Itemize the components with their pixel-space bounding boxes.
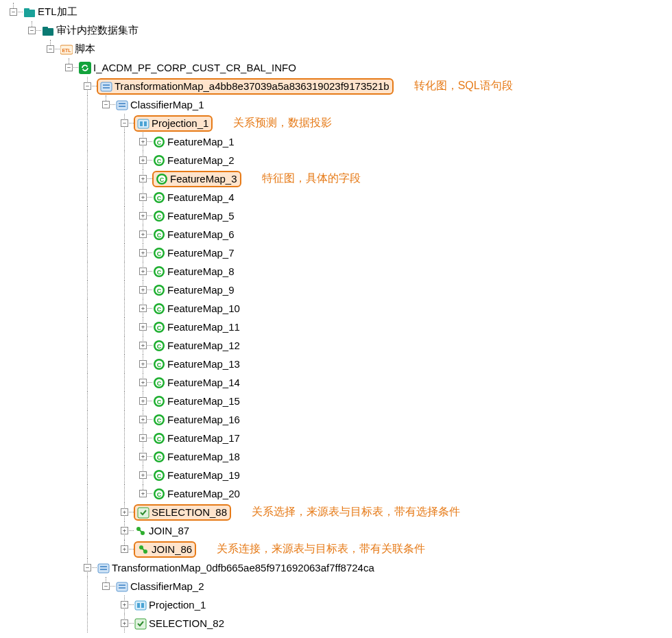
expand-toggle[interactable]: + [139, 305, 147, 312]
expand-toggle[interactable]: + [139, 471, 147, 479]
tree-node-tmap2[interactable]: −TransformationMap_0dfb665ae85f971692063… [4, 558, 672, 577]
expand-toggle[interactable]: + [139, 231, 147, 238]
tree-node-feature[interactable]: +FeatureMap_12 [4, 336, 672, 355]
tree-node-feature[interactable]: +FeatureMap_16 [4, 410, 672, 429]
tree-node-feature[interactable]: +FeatureMap_1 [4, 132, 672, 151]
tree-node-cmap1[interactable]: −ClassifierMap_1 [4, 95, 672, 114]
tree-node-script[interactable]: −脚本 [4, 40, 672, 58]
tree-label: SELECTION_88 [152, 506, 227, 518]
tree-node-tmap1[interactable]: −TransformationMap_a4bb8e37039a5a8363190… [4, 77, 672, 95]
expand-toggle[interactable]: + [139, 360, 147, 368]
expand-toggle[interactable]: + [139, 156, 147, 164]
expand-toggle[interactable]: + [139, 138, 147, 145]
annotation: 特征图，具体的字段 [262, 172, 361, 186]
tree-label: FeatureMap_8 [167, 265, 235, 277]
expand-toggle[interactable]: + [121, 601, 128, 609]
folder-icon [41, 24, 55, 38]
tree-node-feature[interactable]: +FeatureMap_2 [4, 151, 672, 169]
tree-node-feature[interactable]: +FeatureMap_19 [4, 466, 672, 484]
tree-node-feature[interactable]: +FeatureMap_4 [4, 188, 672, 206]
tree-label: FeatureMap_15 [167, 395, 240, 407]
expand-toggle[interactable]: + [139, 175, 147, 182]
expand-toggle[interactable]: − [10, 8, 17, 16]
expand-toggle[interactable]: + [139, 453, 147, 460]
tree-node-join87[interactable]: +JOIN_87 [4, 521, 672, 540]
tree-node-feature[interactable]: +FeatureMap_7 [4, 244, 672, 262]
annotation: 关系预测，数据投影 [233, 116, 332, 130]
expand-toggle[interactable]: + [139, 212, 147, 220]
tree-node-join86[interactable]: +JOIN_86关系连接，来源表与目标表，带有关联条件 [4, 540, 672, 558]
highlight: SELECTION_88 [134, 504, 231, 521]
tree-node-feature[interactable]: +FeatureMap_3特征图，具体的字段 [4, 169, 672, 188]
tree-node-feature[interactable]: +FeatureMap_10 [4, 299, 672, 318]
tree-node-proj1[interactable]: −Projection_1关系预测，数据投影 [4, 114, 672, 132]
tree-node-feature[interactable]: +FeatureMap_11 [4, 318, 672, 336]
map-icon [115, 580, 129, 593]
expand-toggle[interactable]: − [84, 82, 91, 90]
tree-node-feature[interactable]: +FeatureMap_13 [4, 355, 672, 373]
tree-label: FeatureMap_18 [167, 451, 240, 462]
expand-toggle[interactable]: − [65, 64, 73, 71]
map-icon [99, 80, 113, 93]
expand-toggle[interactable]: − [102, 101, 110, 108]
annotation: 关系选择，来源表与目标表，带有选择条件 [252, 505, 460, 519]
expand-toggle[interactable]: + [139, 342, 147, 349]
expand-toggle[interactable]: − [28, 27, 36, 34]
feature-icon [152, 394, 166, 408]
expand-toggle[interactable]: + [139, 249, 147, 257]
expand-toggle[interactable]: − [121, 119, 128, 127]
tree-node-feature[interactable]: +FeatureMap_15 [4, 392, 672, 410]
tree-node-feature[interactable]: +FeatureMap_18 [4, 447, 672, 466]
tree-label: FeatureMap_7 [167, 247, 235, 259]
tree-node-feature[interactable]: +FeatureMap_5 [4, 206, 672, 225]
tree-node-feature[interactable]: +FeatureMap_8 [4, 262, 672, 281]
tree-node-cmap2[interactable]: −ClassifierMap_2 [4, 577, 672, 595]
tree-node-feature[interactable]: +FeatureMap_9 [4, 281, 672, 299]
tree-label: FeatureMap_1 [167, 136, 235, 147]
expand-toggle[interactable]: − [84, 564, 91, 571]
tree-label: FeatureMap_3 [170, 173, 237, 185]
feature-icon [152, 302, 166, 316]
expand-toggle[interactable]: + [139, 434, 147, 442]
tree-node-mart[interactable]: −审计内控数据集市 [4, 21, 672, 40]
tree-node-feature[interactable]: +FeatureMap_6 [4, 225, 672, 244]
expand-toggle[interactable]: + [139, 416, 147, 423]
tree-label: FeatureMap_4 [167, 191, 235, 203]
tree-label: FeatureMap_5 [167, 210, 235, 222]
tree-node-feature[interactable]: +FeatureMap_20 [4, 484, 672, 503]
feature-icon [152, 450, 166, 464]
tree-node-selection88[interactable]: +SELECTION_88关系选择，来源表与目标表，带有选择条件 [4, 503, 672, 521]
feature-icon [152, 191, 166, 204]
annotation: 转化图，SQL语句段 [414, 79, 513, 93]
tree-label: FeatureMap_10 [167, 303, 240, 314]
expand-toggle[interactable]: + [139, 268, 147, 275]
tree-label: FeatureMap_17 [167, 432, 240, 444]
map-icon [115, 98, 129, 112]
tree-node-job[interactable]: −I_ACDM_PF_CORP_CUST_CR_BAL_INFO [4, 58, 672, 77]
tree-node-feature[interactable]: +FeatureMap_14 [4, 373, 672, 392]
tree-node-feature[interactable]: +FeatureMap_17 [4, 429, 672, 447]
tree-label: FeatureMap_14 [167, 377, 240, 388]
expand-toggle[interactable]: + [139, 397, 147, 405]
expand-toggle[interactable]: + [121, 508, 128, 516]
selection-icon [136, 506, 150, 519]
tree-node-root[interactable]: −ETL加工 [4, 3, 672, 21]
feature-icon [152, 283, 166, 297]
expand-toggle[interactable]: − [102, 582, 110, 590]
expand-toggle[interactable]: + [139, 193, 147, 201]
highlight: Projection_1 [134, 115, 213, 132]
expand-toggle[interactable]: + [139, 379, 147, 386]
expand-toggle[interactable]: + [139, 490, 147, 497]
expand-toggle[interactable]: + [139, 323, 147, 331]
tree-node-sel82[interactable]: +SELECTION_82 [4, 614, 672, 633]
tree-node-proj2[interactable]: +Projection_1 [4, 595, 672, 614]
expand-toggle[interactable]: + [121, 527, 128, 534]
tree-label: SELECTION_82 [149, 617, 224, 629]
expand-toggle[interactable]: − [47, 45, 54, 53]
expand-toggle[interactable]: + [121, 619, 128, 627]
tree-label: FeatureMap_20 [167, 488, 240, 499]
expand-toggle[interactable]: + [139, 286, 147, 294]
feature-icon [152, 209, 166, 223]
feature-icon [152, 246, 166, 260]
expand-toggle[interactable]: + [121, 545, 128, 553]
